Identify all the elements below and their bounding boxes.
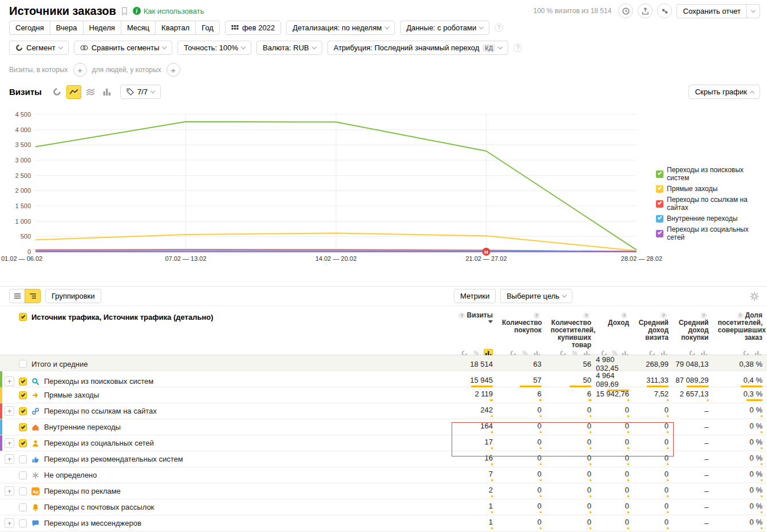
- how-to-use-link[interactable]: i Как использовать: [133, 7, 204, 15]
- line-chart-type-button[interactable]: [66, 85, 81, 99]
- metrics-button[interactable]: Метрики: [454, 289, 496, 303]
- metric-value-cell: 15 945: [452, 376, 497, 387]
- row-label[interactable]: Переходы из рекомендательных систем: [44, 455, 183, 463]
- compare-segments-dropdown[interactable]: Сравнить сегменты: [74, 41, 173, 55]
- table-row[interactable]: +Переходы из поисковых систем15 94557504…: [0, 371, 767, 387]
- pie-chart-type-button[interactable]: [50, 85, 65, 99]
- legend-item[interactable]: Внутренние переходы: [656, 215, 767, 223]
- table-row[interactable]: Итого и средние18 51463564 980 032,45268…: [0, 355, 767, 371]
- visits-chart[interactable]: 05001 0001 5002 0002 5003 0003 5004 0004…: [0, 109, 675, 266]
- legend-checkbox[interactable]: [656, 170, 663, 178]
- legend-item[interactable]: Прямые заходы: [656, 185, 767, 193]
- table-row[interactable]: +Переходы из мессенджеров10000–0 %: [0, 515, 767, 531]
- help-icon[interactable]: ?: [513, 43, 522, 52]
- period-tab-1[interactable]: Вчера: [50, 21, 84, 35]
- save-report-menu-button[interactable]: [746, 4, 760, 18]
- add-people-filter-button[interactable]: +: [167, 63, 180, 77]
- row-checkbox[interactable]: [19, 471, 27, 479]
- metric-value-cell: –: [673, 407, 713, 415]
- column-header-3[interactable]: ?Доход %: [596, 306, 634, 360]
- row-checkbox[interactable]: [19, 360, 27, 368]
- period-tab-0[interactable]: Сегодня: [9, 21, 50, 35]
- hide-chart-button[interactable]: Скрыть график: [689, 85, 760, 99]
- period-tab-4[interactable]: Квартал: [155, 21, 196, 35]
- quick-links-button[interactable]: [657, 3, 672, 18]
- goal-select-dropdown[interactable]: Выберите цель: [500, 289, 572, 303]
- column-header-5[interactable]: ?Средний доход покупки: [673, 306, 713, 360]
- table-row[interactable]: +Переходы из социальных сетей170000–0 %: [0, 435, 767, 451]
- expand-row-button[interactable]: +: [5, 406, 14, 416]
- history-button[interactable]: [618, 3, 633, 18]
- column-header-4[interactable]: ?Средний доход визита: [634, 306, 673, 360]
- legend-checkbox[interactable]: [656, 230, 663, 237]
- period-tab-2[interactable]: Неделя: [83, 21, 121, 35]
- row-label[interactable]: Переходы с почтовых рассылок: [44, 503, 154, 511]
- row-label[interactable]: Переходы из социальных сетей: [44, 439, 154, 447]
- calendar-button[interactable]: фев 2022: [225, 21, 281, 35]
- row-checkbox[interactable]: [19, 378, 27, 386]
- column-header-2[interactable]: ?Количество посетителей, купивших товар …: [546, 306, 596, 360]
- table-row[interactable]: Внутренние переходы1640000–0 %: [0, 419, 767, 435]
- row-label[interactable]: Внутренние переходы: [44, 423, 121, 431]
- row-label[interactable]: Переходы по рекламе: [44, 487, 121, 495]
- legend-checkbox[interactable]: [656, 200, 663, 208]
- data-mode-dropdown[interactable]: Данные: с роботами: [400, 21, 489, 35]
- metric-value: 0: [625, 438, 629, 446]
- row-checkbox[interactable]: [19, 487, 27, 495]
- row-checkbox[interactable]: [19, 423, 27, 431]
- column-header-1[interactable]: ?Количество покупок %: [497, 306, 546, 360]
- table-row[interactable]: +Переходы из рекомендательных систем1600…: [0, 451, 767, 467]
- row-label[interactable]: Не определено: [44, 471, 97, 479]
- row-label[interactable]: Итого и средние: [31, 360, 88, 368]
- period-tab-5[interactable]: Год: [195, 21, 220, 35]
- table-settings-button[interactable]: [750, 292, 759, 301]
- groupings-button[interactable]: Группировки: [45, 289, 101, 303]
- segment-button[interactable]: Сегмент: [9, 41, 69, 55]
- period-tab-3[interactable]: Месяц: [121, 21, 156, 35]
- bookmark-icon[interactable]: [121, 7, 128, 15]
- legend-item[interactable]: Переходы из поисковых систем: [656, 166, 767, 182]
- expand-row-button[interactable]: +: [5, 438, 14, 448]
- legend-checkbox[interactable]: [656, 185, 663, 193]
- row-checkbox[interactable]: [19, 519, 27, 527]
- table-row[interactable]: +Переходы по ссылкам на сайтах2420000–0 …: [0, 403, 767, 419]
- row-label[interactable]: Переходы из поисковых систем: [44, 377, 153, 386]
- expand-row-button[interactable]: +: [5, 486, 14, 496]
- legend-item[interactable]: Переходы из социальных сетей: [656, 225, 767, 241]
- table-row[interactable]: Переходы с почтовых рассылок10000–0 %: [0, 499, 767, 515]
- column-header-0[interactable]: ?Визиты %: [452, 306, 497, 360]
- legend-checkbox[interactable]: [656, 215, 663, 223]
- expand-row-button[interactable]: +: [5, 376, 14, 386]
- save-report-button[interactable]: Сохранить отчет: [677, 4, 747, 18]
- expand-row-button[interactable]: +: [5, 454, 14, 464]
- row-label[interactable]: Переходы из мессенджеров: [44, 519, 141, 527]
- help-icon[interactable]: ?: [495, 23, 503, 32]
- column-chart-type-button[interactable]: [100, 85, 114, 99]
- row-checkbox[interactable]: [19, 407, 27, 415]
- row-checkbox[interactable]: [19, 391, 27, 399]
- currency-dropdown[interactable]: Валюта: RUB: [256, 41, 322, 55]
- series-filter-button[interactable]: 7/7: [120, 85, 161, 99]
- attribution-dropdown[interactable]: Атрибуция: Последний значимый переход КД: [327, 41, 508, 55]
- select-all-checkbox[interactable]: [19, 313, 27, 321]
- add-visit-filter-button[interactable]: +: [73, 63, 87, 77]
- dimension-header-label[interactable]: Источник трафика, Источник трафика (дета…: [31, 313, 214, 321]
- table-row[interactable]: +АдПереходы по рекламе20000–0 %: [0, 483, 767, 499]
- accuracy-dropdown[interactable]: Точность: 100%: [177, 41, 251, 55]
- legend-item[interactable]: Переходы по ссылкам на сайтах: [656, 196, 767, 212]
- row-label[interactable]: Переходы по ссылкам на сайтах: [44, 407, 157, 415]
- expand-row-button[interactable]: +: [5, 518, 14, 528]
- row-checkbox[interactable]: [19, 503, 27, 511]
- row-checkbox[interactable]: [19, 439, 27, 447]
- table-row[interactable]: Прямые заходы2 1196615 942,767,522 657,1…: [0, 387, 767, 403]
- chart-type-switcher: [50, 85, 114, 99]
- row-checkbox[interactable]: [19, 455, 27, 463]
- tree-view-button[interactable]: [25, 289, 41, 303]
- flat-list-view-button[interactable]: [9, 289, 25, 303]
- column-header-6[interactable]: ?Доля посетителей, совершивших заказ: [713, 306, 767, 360]
- export-button[interactable]: [638, 3, 653, 18]
- table-row[interactable]: Не определено70000–0 %: [0, 467, 767, 483]
- row-label[interactable]: Прямые заходы: [44, 391, 99, 399]
- area-chart-type-button[interactable]: [83, 85, 98, 99]
- detailing-dropdown[interactable]: Детализация: по неделям: [286, 21, 395, 35]
